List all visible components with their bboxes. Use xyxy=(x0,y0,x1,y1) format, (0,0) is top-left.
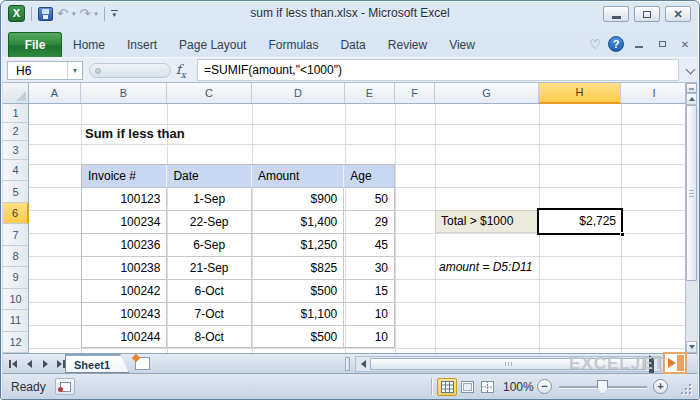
cell-age[interactable]: 15 xyxy=(344,280,394,303)
resize-grip[interactable] xyxy=(679,382,691,394)
cell-age[interactable]: 45 xyxy=(344,234,394,257)
next-sheet-icon[interactable] xyxy=(39,357,51,370)
column-header-G[interactable]: G xyxy=(435,83,539,103)
name-box[interactable]: H6 ▾ xyxy=(7,61,83,80)
cell-age[interactable]: 10 xyxy=(344,326,394,349)
cell-date[interactable]: 6-Oct xyxy=(167,280,251,303)
zoom-in-icon[interactable]: + xyxy=(653,379,668,394)
cell-amount[interactable]: $825 xyxy=(252,257,344,280)
prev-sheet-icon[interactable] xyxy=(23,357,35,370)
minimize-button[interactable] xyxy=(603,6,629,22)
scroll-left-icon[interactable] xyxy=(357,358,369,370)
fill-handle[interactable] xyxy=(620,232,625,237)
tab-file[interactable]: File xyxy=(8,32,62,57)
cell-invoice[interactable]: 100234 xyxy=(82,211,167,234)
vertical-scrollbar[interactable] xyxy=(685,83,697,353)
row-header-2[interactable]: 2 xyxy=(3,123,28,142)
row-header-1[interactable]: 1 xyxy=(3,104,28,123)
save-icon[interactable] xyxy=(38,7,53,21)
cell-invoice[interactable]: 100236 xyxy=(82,234,167,257)
cell-date[interactable]: 6-Sep xyxy=(167,234,251,257)
expand-formula-bar-icon[interactable] xyxy=(686,66,694,74)
column-header-D[interactable]: D xyxy=(252,83,345,103)
row-header-8[interactable]: 8 xyxy=(3,246,28,267)
undo-icon[interactable]: ↶ xyxy=(57,7,68,21)
normal-view-button[interactable] xyxy=(437,378,457,396)
row-header-5[interactable]: 5 xyxy=(3,181,28,202)
tab-insert[interactable]: Insert xyxy=(116,32,168,57)
header-invoice[interactable]: Invoice # xyxy=(82,165,167,188)
row-header-3[interactable]: 3 xyxy=(3,141,28,160)
restore-button[interactable] xyxy=(634,6,660,22)
close-button[interactable]: ✕ xyxy=(665,6,691,22)
cell-age[interactable]: 10 xyxy=(344,303,394,326)
header-date[interactable]: Date xyxy=(167,165,251,188)
cell-amount[interactable]: $900 xyxy=(252,188,344,211)
tab-review[interactable]: Review xyxy=(377,32,438,57)
cell-age[interactable]: 29 xyxy=(344,211,394,234)
column-header-F[interactable]: F xyxy=(395,83,435,103)
cell-date[interactable]: 1-Sep xyxy=(167,188,251,211)
tab-page-layout[interactable]: Page Layout xyxy=(168,32,257,57)
column-header-H-selected[interactable]: H xyxy=(539,83,621,104)
scroll-down-icon[interactable] xyxy=(686,341,697,353)
cell-invoice[interactable]: 100238 xyxy=(82,257,167,280)
cell-date[interactable]: 22-Sep xyxy=(167,211,251,234)
redo-dropdown-icon[interactable]: ▾ xyxy=(94,10,98,18)
cell-invoice[interactable]: 100123 xyxy=(82,188,167,211)
column-header-B[interactable]: B xyxy=(81,83,167,103)
cell-age[interactable]: 50 xyxy=(344,188,394,211)
name-box-resizer[interactable] xyxy=(89,63,171,78)
row-header-11[interactable]: 11 xyxy=(3,310,28,331)
cell-invoice[interactable]: 100243 xyxy=(82,303,167,326)
row-header-7[interactable]: 7 xyxy=(3,224,28,245)
tab-formulas[interactable]: Formulas xyxy=(257,32,329,57)
vertical-split-handle[interactable] xyxy=(686,83,697,93)
column-header-I[interactable]: I xyxy=(621,83,687,103)
cell-amount[interactable]: $500 xyxy=(252,326,344,349)
first-sheet-icon[interactable] xyxy=(7,357,19,370)
workbook-restore-icon[interactable] xyxy=(654,37,670,51)
customize-qat-icon[interactable]: ▾ xyxy=(111,10,118,17)
tab-data[interactable]: Data xyxy=(329,32,376,57)
row-header-6-selected[interactable]: 6 xyxy=(3,203,29,224)
insert-worksheet-icon[interactable] xyxy=(135,357,150,370)
sheet-tab-sheet1[interactable]: Sheet1 xyxy=(65,354,129,373)
tab-scrollbar-split-handle[interactable] xyxy=(345,357,350,371)
column-header-E[interactable]: E xyxy=(345,83,395,103)
row-header-9[interactable]: 9 xyxy=(3,267,28,288)
help-icon[interactable]: ? xyxy=(608,36,624,52)
column-header-A[interactable]: A xyxy=(29,83,81,103)
scroll-up-icon[interactable] xyxy=(686,93,697,105)
insert-function-icon[interactable]: fx xyxy=(176,62,196,80)
cell-invoice[interactable]: 100244 xyxy=(82,326,167,349)
zoom-slider-thumb[interactable] xyxy=(597,380,608,394)
cell-amount[interactable]: $1,100 xyxy=(252,303,344,326)
page-layout-view-button[interactable] xyxy=(457,378,477,396)
record-macro-icon[interactable] xyxy=(55,378,75,395)
undo-dropdown-icon[interactable]: ▾ xyxy=(72,10,76,18)
tab-home[interactable]: Home xyxy=(62,32,116,57)
cell-invoice[interactable]: 100242 xyxy=(82,280,167,303)
formula-input[interactable]: =SUMIF(amount,"<1000") xyxy=(197,59,679,81)
select-all-corner[interactable] xyxy=(3,83,29,103)
cell-age[interactable]: 30 xyxy=(344,257,394,280)
header-age[interactable]: Age xyxy=(344,165,394,188)
tab-view[interactable]: View xyxy=(438,32,486,57)
row-header-12[interactable]: 12 xyxy=(3,332,28,353)
row-header-10[interactable]: 10 xyxy=(3,289,28,310)
header-amount[interactable]: Amount xyxy=(252,165,344,188)
excel-app-icon[interactable]: X xyxy=(8,5,25,22)
workbook-minimize-icon[interactable] xyxy=(631,37,647,51)
cell-date[interactable]: 7-Oct xyxy=(167,303,251,326)
zoom-level[interactable]: 100% xyxy=(503,380,534,394)
page-break-view-button[interactable] xyxy=(477,378,497,396)
named-range-note-G8[interactable]: amount = D5:D11 xyxy=(439,256,533,279)
worksheet-grid[interactable]: 1 2 3 4 5 6 7 8 9 10 11 12 Sum if less t… xyxy=(3,104,687,353)
heart-icon[interactable]: ♡ xyxy=(589,37,601,52)
sheet-title-cell-B2[interactable]: Sum if less than xyxy=(85,124,185,144)
cell-amount[interactable]: $500 xyxy=(252,280,344,303)
cell-date[interactable]: 21-Sep xyxy=(167,257,251,280)
redo-icon[interactable]: ↷ xyxy=(79,7,90,21)
cell-amount[interactable]: $1,400 xyxy=(252,211,344,234)
